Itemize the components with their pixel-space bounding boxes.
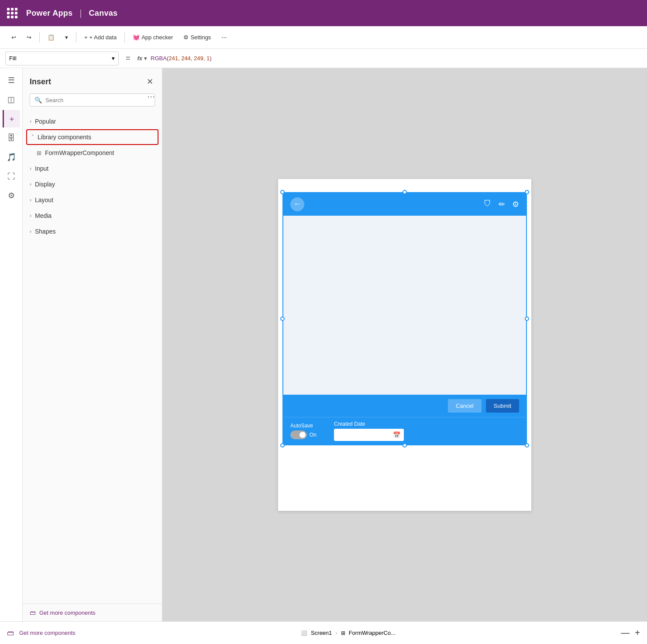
toggle-switch[interactable] — [290, 430, 307, 439]
menu-item-display[interactable]: › Display — [23, 176, 162, 192]
handle-top-right[interactable] — [525, 190, 529, 194]
title-separator: | — [79, 8, 82, 18]
back-button[interactable]: ← — [290, 197, 304, 211]
chevron-down-icon: ˅ — [31, 134, 34, 140]
handle-mid-right[interactable] — [525, 317, 529, 321]
fx-label: fx — [138, 55, 143, 62]
breadcrumb: ⬜ Screen1 › ⊞ FormWrapperCo... — [301, 630, 396, 636]
app-name: Power Apps — [26, 9, 72, 18]
sidebar-icon-media[interactable]: 🎵 — [3, 148, 20, 166]
ellipsis-icon: ⋯ — [221, 34, 227, 41]
handle-bottom-center[interactable] — [403, 443, 407, 448]
undo-button[interactable]: ↩ — [7, 31, 21, 43]
main-layout: ☰ ◫ ＋ 🗄 🎵 ⛶ ⚙ Insert ✕ 🔍 — [0, 68, 647, 621]
handle-top-center[interactable] — [403, 190, 407, 194]
menu-item-input[interactable]: › Input — [23, 161, 162, 176]
app-grid-icon[interactable] — [7, 8, 17, 18]
menu-item-layout[interactable]: › Layout — [23, 192, 162, 208]
autosave-field: AutoSave On — [290, 423, 317, 439]
sidebar-icons: ☰ ◫ ＋ 🗄 🎵 ⛶ ⚙ — [0, 68, 23, 621]
shapes-label: Shapes — [35, 228, 55, 235]
copy-dropdown[interactable]: ▾ — [61, 31, 72, 43]
back-icon: ← — [290, 197, 304, 211]
menu-item-shapes[interactable]: › Shapes — [23, 224, 162, 239]
handle-bottom-left[interactable] — [280, 443, 285, 448]
settings-gear-icon[interactable]: ⚙ — [512, 200, 519, 209]
sidebar-icon-variables[interactable]: ⚙ — [3, 187, 20, 204]
input-label: Input — [35, 165, 48, 172]
get-more-components-bar[interactable]: 🗃 Get more components — [23, 603, 162, 621]
toggle-on-label: On — [310, 432, 317, 438]
filter-icon[interactable]: ⛉ — [484, 200, 492, 209]
more-button[interactable]: ⋯ — [217, 31, 231, 43]
components-icon: ⛶ — [7, 172, 15, 181]
zoom-plus-button[interactable]: + — [635, 628, 640, 638]
form-wrapper-component[interactable]: ← ⛉ ✏ ⚙ Cancel Submit — [282, 192, 527, 445]
menu-icon: ☰ — [8, 76, 15, 85]
undo-icon: ↩ — [11, 34, 16, 41]
get-more-components-link[interactable]: Get more components — [19, 630, 76, 636]
panel-menu: › Popular ˅ Library components ⊞ FormWra… — [23, 112, 162, 603]
chevron-right-icon: › — [30, 213, 31, 219]
component-body — [283, 216, 526, 395]
cancel-button[interactable]: Cancel — [448, 399, 481, 413]
zoom-minus-button[interactable]: — — [621, 628, 630, 638]
settings-button[interactable]: ⚙ Settings — [179, 31, 215, 43]
app-checker-button[interactable]: 💓 App checker — [128, 31, 177, 43]
formula-rgba-label: RGBA( — [151, 55, 169, 62]
component-border: ← ⛉ ✏ ⚙ Cancel Submit — [282, 192, 527, 445]
bc-arrow: › — [335, 630, 337, 636]
chevron-right-icon: › — [30, 197, 31, 203]
sidebar-icon-data[interactable]: 🗄 — [3, 129, 20, 147]
plus-circle-icon: ＋ — [8, 114, 16, 124]
canvas-white: ← ⛉ ✏ ⚙ Cancel Submit — [278, 179, 531, 511]
handle-mid-left[interactable] — [280, 317, 285, 321]
redo-icon: ↪ — [27, 34, 31, 41]
plus-icon: + — [84, 34, 88, 41]
handle-top-left[interactable] — [280, 190, 285, 194]
fx-selector[interactable]: fx ▾ — [138, 55, 148, 62]
search-icon: 🔍 — [34, 96, 42, 103]
chevron-right-icon: › — [30, 181, 31, 187]
variables-icon: ⚙ — [8, 191, 15, 200]
toolbar-sep-2 — [76, 32, 76, 43]
add-data-button[interactable]: + + Add data — [80, 31, 121, 43]
sidebar-icon-insert[interactable]: ＋ — [3, 110, 20, 127]
layout-label: Layout — [35, 196, 53, 203]
database-icon: 🗄 — [7, 134, 15, 143]
search-input[interactable] — [45, 97, 150, 103]
submit-button[interactable]: Submit — [486, 399, 519, 413]
menu-item-library-components[interactable]: ˅ Library components — [26, 129, 158, 145]
property-dropdown[interactable]: Fill ▾ — [5, 52, 119, 65]
chevron-right-icon: › — [30, 165, 31, 172]
property-label: Fill — [9, 55, 17, 62]
app-checker-label: App checker — [141, 34, 173, 41]
canvas-area: ← ⛉ ✏ ⚙ Cancel Submit — [162, 68, 647, 621]
toggle-knob — [299, 432, 306, 438]
insert-panel: Insert ✕ 🔍 ⋯ › Popular ˅ Library compone… — [23, 68, 162, 621]
sidebar-icon-layers[interactable]: ◫ — [3, 91, 20, 108]
calendar-icon: 📅 — [393, 431, 400, 438]
toggle-row: On — [290, 430, 317, 439]
top-bar: Power Apps | Canvas — [0, 0, 647, 26]
component-label[interactable]: FormWrapperCo... — [349, 630, 396, 636]
close-button[interactable]: ✕ — [145, 75, 155, 88]
equals-sign: = — [126, 54, 131, 63]
component-footer: AutoSave On Created Date 📅 — [283, 417, 526, 444]
menu-item-form-wrapper[interactable]: ⊞ FormWrapperComponent — [23, 145, 162, 161]
formula-content[interactable]: RGBA(241, 244, 249, 1) — [151, 55, 212, 62]
toolbar-sep-1 — [39, 32, 40, 43]
redo-button[interactable]: ↪ — [22, 31, 36, 43]
copy-button[interactable]: 📋 — [43, 31, 59, 43]
zoom-controls: — + — [621, 628, 640, 638]
edit-pencil-icon[interactable]: ✏ — [499, 200, 505, 209]
menu-item-media[interactable]: › Media — [23, 208, 162, 224]
header-actions: ⛉ ✏ ⚙ — [484, 200, 519, 209]
date-input[interactable]: 📅 — [334, 429, 404, 441]
sidebar-icon-components[interactable]: ⛶ — [3, 168, 20, 185]
screen-label[interactable]: Screen1 — [311, 630, 332, 636]
more-options-button[interactable]: ⋯ — [147, 92, 155, 101]
handle-bottom-right[interactable] — [525, 443, 529, 448]
menu-item-popular[interactable]: › Popular — [23, 114, 162, 129]
sidebar-icon-menu[interactable]: ☰ — [3, 72, 20, 89]
